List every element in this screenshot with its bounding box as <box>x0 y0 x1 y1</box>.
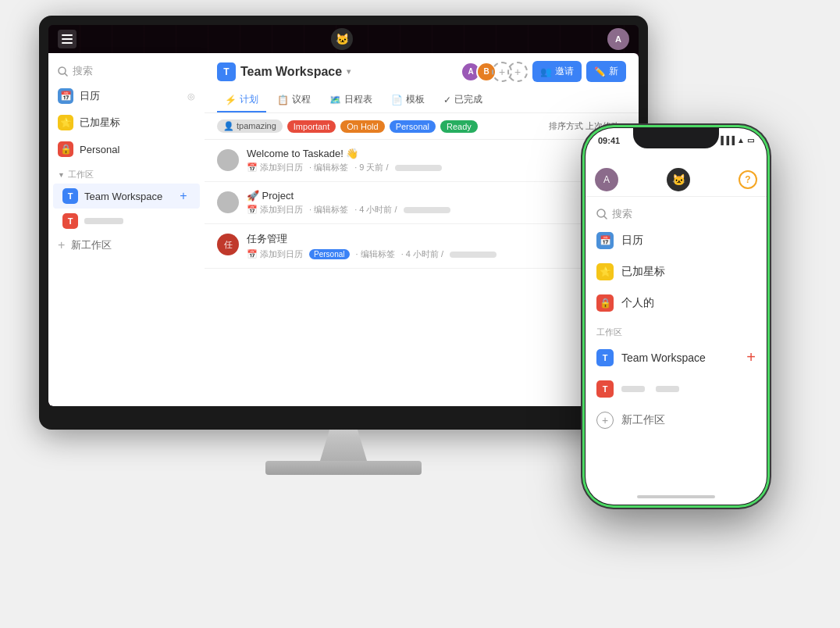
title-row: T Team Workspace ▾ A B + + <box>217 61 626 82</box>
imac-screen: 🐱 A 搜索 📅 日历 ◎ <box>48 25 639 406</box>
user-avatar-top[interactable]: A <box>607 28 629 50</box>
task-avatar-3: 任 <box>217 234 239 255</box>
imac-topbar: 🐱 A <box>48 25 639 53</box>
svg-line-1 <box>65 73 67 76</box>
search-button[interactable]: 搜索 <box>48 59 205 83</box>
menu-button[interactable] <box>58 30 77 48</box>
phone-item-starred[interactable]: ⭐ 已加星标 <box>586 256 767 287</box>
workspace-title: T Team Workspace ▾ <box>217 62 351 81</box>
phone-ws-name-2 <box>621 386 645 392</box>
phone-screen: 09:41 ▐▐▐ ▲ ▭ A 🐱 ? <box>586 128 767 505</box>
workspace-section-header: ▼ 工作区 <box>48 162 205 184</box>
phone-search-icon <box>596 209 607 219</box>
sidebar-item-personal[interactable]: 🔒 Personal <box>48 136 205 162</box>
phone-home-indicator <box>637 495 715 498</box>
task-avatar-2 <box>217 191 239 213</box>
task-content-2: 🚀 Project 📅 添加到日历 · 编辑标签 · 4 小时前 / <box>247 190 626 216</box>
scene: 🐱 A 搜索 📅 日历 ◎ <box>0 0 840 628</box>
star-icon: ⭐ <box>58 115 73 130</box>
task-title-1: Welcome to Taskade! 👋 <box>247 148 626 159</box>
sidebar-item-calendar[interactable]: 📅 日历 ◎ <box>48 83 205 109</box>
nav-tabs: ⚡ 计划 📋 议程 🗺️ 日程表 <box>217 88 626 112</box>
phone-add-circle-icon: + <box>596 412 614 429</box>
phone-item-personal[interactable]: 🔒 个人的 <box>586 287 767 319</box>
main-panel: T Team Workspace ▾ A B + + <box>205 53 639 406</box>
calendar-icon: 📅 <box>58 88 73 104</box>
wifi-icon: ▲ <box>737 136 745 145</box>
workspace-icon: T <box>62 188 78 204</box>
phone-notch <box>633 128 719 148</box>
phone-personal-icon: 🔒 <box>596 294 614 312</box>
sidebar-item-workspace-2[interactable]: T <box>53 209 200 234</box>
task-item-1[interactable]: Welcome to Taskade! 👋 📅 添加到日历 · 编辑标签 · 9… <box>205 140 639 182</box>
phone: 09:41 ▐▐▐ ▲ ▭ A 🐱 ? <box>582 125 770 508</box>
phone-user-avatar[interactable]: A <box>595 168 618 191</box>
phone-content: 搜索 📅 日历 ⭐ 已加星标 🔒 个人的 工作区 <box>586 197 767 505</box>
task-meta-1: 📅 添加到日历 · 编辑标签 · 9 天前 / <box>247 162 626 173</box>
phone-app-logo: 🐱 <box>667 168 690 191</box>
completed-icon: ✓ <box>443 95 451 105</box>
phone-calendar-icon: 📅 <box>596 232 614 249</box>
imac-neck <box>320 430 367 461</box>
tag-important[interactable]: Important <box>287 120 336 133</box>
sidebar-item-team-workspace[interactable]: T Team Workspace + <box>53 184 200 209</box>
tag-bar: 👤 tpamazing Important On Hold Personal R… <box>205 113 639 140</box>
phone-ws-item-1[interactable]: T Team Workspace + <box>586 341 767 373</box>
task-title-3: 任务管理 <box>247 232 626 246</box>
phone-help-button[interactable]: ? <box>739 170 757 189</box>
tab-template[interactable]: 📄 模板 <box>383 88 432 112</box>
blurred-text-1 <box>395 165 442 171</box>
avatar-group: A B + + <box>461 62 528 82</box>
phone-ws-icon-2: T <box>596 380 614 398</box>
people-icon: 👥 <box>540 66 552 77</box>
plan-icon: ⚡ <box>225 95 237 105</box>
task-content-1: Welcome to Taskade! 👋 📅 添加到日历 · 编辑标签 · 9… <box>247 148 626 173</box>
task-meta-3: 📅 添加到日历 Personal · 编辑标签 · 4 小时前 / <box>247 248 626 260</box>
phone-add-to-ws-icon[interactable]: + <box>746 348 756 366</box>
workspace-title-icon: T <box>217 62 236 81</box>
task-item-2[interactable]: 🚀 Project 📅 添加到日历 · 编辑标签 · 4 小时前 / <box>205 182 639 224</box>
chevron-down-icon[interactable]: ▾ <box>347 67 351 76</box>
task-item-3[interactable]: 任 任务管理 📅 添加到日历 Personal · 编辑标签 · 4 小时前 / <box>205 224 639 269</box>
tag-onhold[interactable]: On Hold <box>340 120 384 133</box>
imac-bezel: 🐱 A 搜索 📅 日历 ◎ <box>39 16 648 430</box>
task-meta-2: 📅 添加到日历 · 编辑标签 · 4 小时前 / <box>247 204 626 216</box>
main-header: T Team Workspace ▾ A B + + <box>205 53 639 113</box>
template-icon: 📄 <box>391 95 403 105</box>
sidebar-item-starred[interactable]: ⭐ 已加星标 <box>48 109 205 136</box>
new-button[interactable]: ✏️ 新 <box>586 61 626 82</box>
search-icon <box>58 66 68 77</box>
app-logo: 🐱 <box>331 28 353 50</box>
phone-topbar: A 🐱 ? <box>586 162 767 197</box>
phone-item-calendar[interactable]: 📅 日历 <box>586 225 767 256</box>
schedule-icon: 🗺️ <box>329 95 341 105</box>
tag-personal[interactable]: Personal <box>390 120 436 133</box>
phone-search-button[interactable]: 搜索 <box>586 203 767 225</box>
invite-button[interactable]: 👥 邀请 <box>532 61 582 82</box>
tag-tpamazing[interactable]: 👤 tpamazing <box>217 120 283 133</box>
tag-ready[interactable]: Ready <box>440 120 478 133</box>
add-workspace-button[interactable]: + 新工作区 <box>48 234 205 257</box>
personal-icon: 🔒 <box>58 141 73 157</box>
tab-plan[interactable]: ⚡ 计划 <box>217 88 266 112</box>
svg-line-3 <box>604 216 607 219</box>
task-personal-tag[interactable]: Personal <box>309 249 349 259</box>
phone-ws-icon-1: T <box>596 349 614 366</box>
add-member-icon-2[interactable]: + <box>507 62 528 82</box>
blurred-text-3 <box>450 252 497 258</box>
signal-icons: ▐▐▐ ▲ ▭ <box>718 136 754 145</box>
task-content-3: 任务管理 📅 添加到日历 Personal · 编辑标签 · 4 小时前 / <box>247 232 626 260</box>
phone-ws-item-2[interactable]: T <box>586 373 767 405</box>
tab-completed[interactable]: ✓ 已完成 <box>436 88 490 112</box>
imac-base <box>265 461 422 475</box>
tab-agenda[interactable]: 📋 议程 <box>269 88 319 112</box>
phone-workspace-section: 工作区 <box>586 319 767 341</box>
phone-add-workspace-button[interactable]: + 新工作区 <box>586 405 767 436</box>
workspace-2-name <box>84 218 123 224</box>
add-to-workspace-button[interactable]: + <box>176 189 190 203</box>
title-actions: A B + + 👥 邀请 ✏️ <box>461 61 626 82</box>
task-avatar-1 <box>217 149 239 171</box>
sidebar: 搜索 📅 日历 ◎ ⭐ 已加星标 🔒 Personal <box>48 53 205 406</box>
tab-schedule[interactable]: 🗺️ 日程表 <box>322 88 380 112</box>
workspace-2-icon: T <box>62 213 78 229</box>
